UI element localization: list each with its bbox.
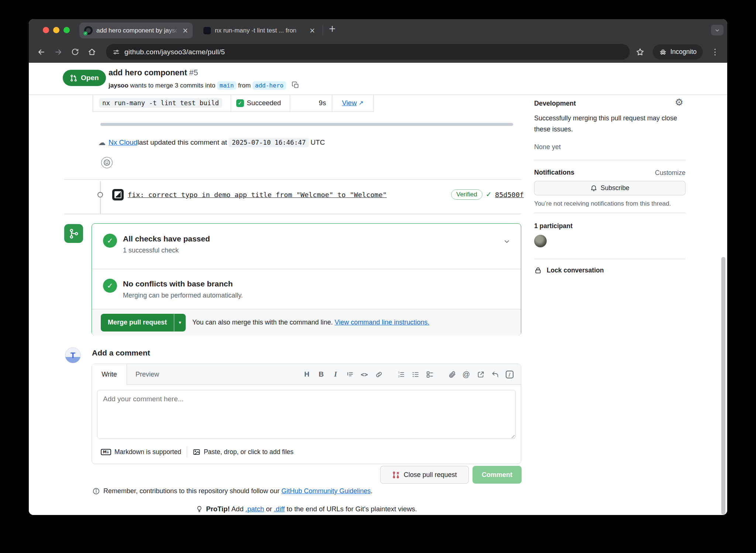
attach-file-icon[interactable] [447, 371, 457, 378]
merge-box: ✓ All checks have passed 1 successful ch… [92, 223, 521, 336]
merge-options-caret[interactable]: ▾ [174, 314, 186, 332]
check-status-cell: ✓ Succeeded [231, 95, 291, 111]
tab-separator [323, 25, 323, 35]
svg-text:1: 1 [398, 371, 399, 374]
base-branch-chip[interactable]: main [217, 81, 237, 90]
minimize-window-button[interactable] [53, 27, 59, 33]
view-check-link[interactable]: View [342, 99, 357, 107]
participant-avatar[interactable] [534, 235, 547, 247]
commit-author-avatar[interactable] [112, 189, 124, 200]
commit-check-icon: ✓ [486, 191, 492, 198]
close-window-button[interactable] [43, 27, 49, 33]
external-link-arrow-icon: ↗ [358, 100, 363, 106]
check-command-cell: nx run-many -t lint test build [93, 95, 231, 111]
pr-state-label: Open [81, 74, 99, 82]
lightbulb-icon [196, 505, 203, 513]
tab-search-chevron-button[interactable] [711, 25, 724, 35]
zoom-window-button[interactable] [63, 27, 70, 33]
bold-icon[interactable]: B [316, 370, 326, 378]
cli-merge-text: You can also merge this with the command… [192, 319, 335, 326]
merge-pull-request-button[interactable]: Merge pull request [101, 314, 174, 332]
heading-icon[interactable]: H [302, 370, 312, 378]
nx-cloud-link[interactable]: Nx Cloud [109, 138, 137, 147]
paste-files-button[interactable]: Paste, drop, or click to add files [193, 448, 293, 456]
cross-reference-icon[interactable] [476, 371, 485, 378]
vertical-scrollbar[interactable] [721, 257, 725, 515]
checks-passed-title: All checks have passed [123, 234, 210, 243]
close-tab-icon[interactable]: × [309, 27, 315, 34]
development-gear-icon[interactable]: ⚙ [675, 97, 683, 107]
bullet-list-icon[interactable] [410, 371, 420, 378]
github-favicon: ✓ [84, 26, 93, 35]
comment-textarea[interactable] [97, 390, 516, 439]
head-branch-chip[interactable]: add-hero [252, 81, 286, 90]
forward-button[interactable] [54, 48, 63, 56]
link-icon[interactable] [374, 371, 384, 378]
address-bar[interactable]: github.com/jaysoo3/acme/pull/5 [106, 44, 630, 60]
merge-split-button: Merge pull request ▾ [101, 314, 186, 332]
timeline-line [100, 181, 101, 192]
bookmark-star-icon[interactable] [636, 48, 645, 56]
commit-sha-link[interactable]: 85d500f [495, 191, 524, 199]
slash-commands-icon[interactable]: / [505, 371, 514, 378]
diff-link[interactable]: .diff [274, 505, 285, 513]
incognito-badge[interactable]: Incognito [653, 44, 703, 59]
verified-badge[interactable]: Verified [451, 189, 482, 200]
check-view-cell: View ↗ [332, 95, 374, 111]
incognito-icon [659, 48, 667, 56]
close-pull-request-button[interactable]: Close pull request [380, 466, 469, 484]
expand-checks-button[interactable] [503, 238, 511, 245]
pr-subtitle: jaysoo wants to merge 3 commits into mai… [109, 81, 299, 89]
reload-button[interactable] [71, 48, 79, 56]
git-merge-icon [68, 228, 79, 239]
customize-link[interactable]: Customize [640, 169, 685, 177]
tab-preview[interactable]: Preview [127, 364, 168, 385]
browser-window: ✓ add hero component by jayso × nx run-m… [29, 19, 727, 515]
protip: ProTip! Add .patch or .diff to the end o… [92, 505, 521, 513]
timeline-line [100, 198, 101, 214]
patch-link[interactable]: .patch [245, 505, 264, 513]
table-horizontal-scrollbar[interactable] [100, 123, 513, 126]
check-status-label: Succeeded [247, 99, 281, 107]
svg-text:2: 2 [398, 375, 399, 377]
task-list-icon[interactable] [425, 371, 434, 378]
site-info-icon[interactable] [113, 48, 120, 56]
cloud-icon: ☁ [98, 139, 106, 146]
guidelines-note: Remember, contributions to this reposito… [92, 487, 372, 495]
url-text: github.com/jaysoo3/acme/pull/5 [124, 48, 225, 56]
back-button[interactable] [37, 48, 46, 56]
current-user-avatar[interactable]: T [65, 347, 81, 363]
chevron-down-icon [714, 27, 720, 33]
add-reaction-button[interactable] [101, 157, 113, 168]
tab-nx-run[interactable]: nx run-many -t lint test ... fron × [198, 23, 320, 38]
nx-favicon [203, 27, 211, 34]
home-button[interactable] [87, 48, 96, 56]
cli-instructions-link[interactable]: View command line instructions. [335, 319, 430, 326]
succeeded-check-icon: ✓ [236, 99, 244, 107]
mention-icon[interactable]: @ [461, 370, 471, 379]
git-pull-request-icon [70, 74, 78, 82]
italic-icon[interactable]: I [331, 370, 340, 378]
saved-replies-icon[interactable] [490, 371, 500, 378]
development-description: Successfully merging this pull request m… [534, 113, 685, 135]
commit-message-link[interactable]: fix: correct typo in demo app title from… [128, 191, 387, 199]
quote-icon[interactable] [345, 371, 355, 378]
editor-toolbar: H B I <> 12 @ / [302, 364, 514, 385]
copy-branch-icon[interactable] [292, 81, 299, 89]
browser-menu-icon[interactable]: ⋮ [711, 48, 719, 56]
close-tab-icon[interactable]: × [182, 27, 188, 34]
notifications-heading: Notifications [534, 169, 574, 176]
tab-write[interactable]: Write [92, 364, 127, 385]
new-tab-button[interactable]: + [329, 24, 336, 33]
subscribe-button[interactable]: Subscribe [534, 181, 685, 195]
community-guidelines-link[interactable]: GitHub Community Guidelines [281, 487, 371, 495]
merge-box-footer: Merge pull request ▾ You can also merge … [92, 309, 521, 336]
markdown-supported[interactable]: M↓ Markdown is supported [101, 448, 181, 456]
comment-submit-button[interactable]: Comment [472, 466, 522, 484]
code-icon[interactable]: <> [360, 371, 369, 378]
numbered-list-icon[interactable]: 12 [396, 371, 406, 378]
checks-passed-icon: ✓ [103, 234, 117, 248]
tab-pull-request[interactable]: ✓ add hero component by jayso × [79, 23, 193, 38]
tab-title: add hero component by jayso [96, 27, 177, 34]
lock-conversation-button[interactable]: Lock conversation [534, 267, 604, 274]
